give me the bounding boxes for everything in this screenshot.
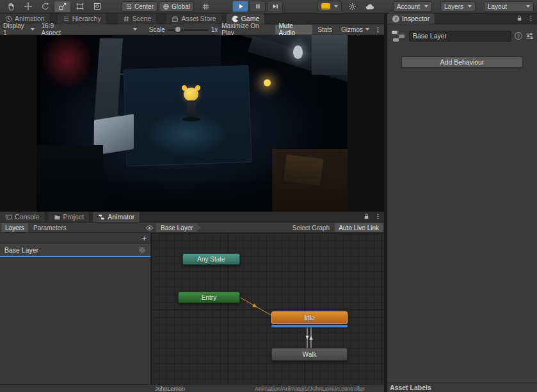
name-field[interactable] xyxy=(409,31,511,42)
pause-button[interactable] xyxy=(250,1,266,12)
state-machine-icon xyxy=(98,214,105,221)
game-view[interactable] xyxy=(0,35,384,212)
select-graph-button[interactable]: Select Graph xyxy=(289,223,333,232)
cloud-icon xyxy=(365,3,375,10)
display-dropdown[interactable]: Display 1 xyxy=(0,25,38,35)
layers-list-panel: + Base Layer xyxy=(0,233,151,384)
wooden-crate xyxy=(284,155,324,186)
aspect-dropdown[interactable]: 16:9 Aspect xyxy=(38,25,140,35)
pivot-toggle-button[interactable]: Center xyxy=(122,1,157,12)
character-head xyxy=(184,88,198,101)
animator-side-tabs: Layers Parameters xyxy=(1,223,70,232)
rect-icon xyxy=(76,2,84,11)
animator-state-machine-icon xyxy=(390,28,406,43)
visibility-toggle[interactable] xyxy=(143,223,155,232)
scene-grid-icon xyxy=(123,15,130,22)
kebab-menu-icon[interactable] xyxy=(527,15,534,22)
tab-animator[interactable]: Animator xyxy=(93,212,140,222)
clock-icon xyxy=(5,15,12,22)
tab-project[interactable]: Project xyxy=(49,212,90,222)
layers-label: Layers xyxy=(444,3,463,10)
auto-live-link-toggle[interactable]: Auto Live Link xyxy=(335,223,383,232)
transform-tools xyxy=(3,0,105,13)
node-any-state[interactable]: Any State xyxy=(182,253,240,265)
state-machine-graph[interactable]: Any State Entry Idle Walk xyxy=(151,233,384,384)
game-scale-slider[interactable] xyxy=(168,25,209,35)
transform-tool-button[interactable] xyxy=(89,1,105,12)
layer-row-base-layer[interactable]: Base Layer xyxy=(0,244,150,257)
breadcrumb-label: Base Layer xyxy=(161,224,193,231)
slider-track xyxy=(168,29,209,31)
chevron-down-icon xyxy=(133,28,137,31)
kebab-menu-icon[interactable] xyxy=(374,26,381,33)
step-button[interactable] xyxy=(267,1,283,12)
asset-labels-header[interactable]: Asset Labels xyxy=(387,382,537,392)
layout-dropdown[interactable]: Layout xyxy=(484,1,534,12)
scale-tool-button[interactable] xyxy=(54,1,70,12)
tab-scene[interactable]: Scene xyxy=(118,13,157,24)
layers-tab-button[interactable]: Layers xyxy=(1,223,28,232)
mute-audio-toggle[interactable]: Mute Audio xyxy=(275,25,313,35)
pivot-label: Center xyxy=(134,3,154,10)
game-toolbar-right: Maximize On Play Mute Audio Stats Gizmos xyxy=(218,25,384,35)
lock-icon[interactable] xyxy=(516,15,523,22)
add-behaviour-button[interactable]: Add Behaviour xyxy=(401,56,523,68)
tab-asset-store[interactable]: Asset Store xyxy=(166,13,221,24)
lock-icon[interactable] xyxy=(363,213,370,220)
layers-list-header: + xyxy=(0,233,150,244)
animator-panel: Console Project Animator Layers xyxy=(0,212,384,392)
game-pacman-icon xyxy=(232,15,239,22)
inspector-controls xyxy=(516,15,534,22)
collab-button[interactable] xyxy=(317,1,342,12)
toolbar-dropdowns: Account Layers Layout xyxy=(393,1,534,12)
grid-icon xyxy=(202,3,210,11)
gizmos-dropdown[interactable]: Gizmos xyxy=(337,25,373,35)
state-progress-bar xyxy=(271,325,348,327)
node-label: Entry xyxy=(202,294,216,301)
account-dropdown[interactable]: Account xyxy=(393,1,432,12)
collab-pending-icon xyxy=(321,3,330,10)
play-button[interactable] xyxy=(232,1,248,12)
activity-indicator-button[interactable] xyxy=(346,1,358,12)
move-tool-button[interactable] xyxy=(20,1,36,12)
transform-icon xyxy=(93,2,102,11)
mute-label: Mute Audio xyxy=(279,22,309,36)
animator-footer: JohnLemon Animation/Animators/JohnLemon.… xyxy=(0,384,384,392)
tab-label: Animator xyxy=(108,213,134,221)
game-view-toolbar: Display 1 16:9 Aspect Scale 1x Maximize … xyxy=(0,24,384,35)
gear-icon[interactable] xyxy=(138,246,146,254)
step-icon xyxy=(271,3,279,10)
account-label: Account xyxy=(397,3,420,10)
move-icon xyxy=(24,2,33,11)
node-idle[interactable]: Idle xyxy=(271,311,348,324)
presets-icon[interactable] xyxy=(525,32,534,40)
help-icon[interactable]: ? xyxy=(515,32,522,40)
breadcrumb[interactable]: Base Layer xyxy=(156,223,201,232)
maximize-on-play-toggle[interactable]: Maximize On Play xyxy=(218,25,273,35)
rect-tool-button[interactable] xyxy=(72,1,88,12)
node-entry[interactable]: Entry xyxy=(178,292,240,303)
node-walk[interactable]: Walk xyxy=(271,348,348,361)
hand-tool-button[interactable] xyxy=(3,1,19,12)
character-shadow xyxy=(182,117,200,122)
add-layer-button[interactable]: + xyxy=(141,233,147,244)
tab-label: Console xyxy=(15,213,40,221)
slider-knob[interactable] xyxy=(175,27,180,32)
auto-live-link-label: Auto Live Link xyxy=(339,224,379,231)
kebab-menu-icon[interactable] xyxy=(374,213,381,220)
cloud-services-button[interactable] xyxy=(364,1,376,12)
space-toggle-button[interactable]: Global xyxy=(159,1,194,12)
tab-console[interactable]: Console xyxy=(0,212,45,222)
tab-inspector[interactable]: i Inspector xyxy=(387,13,435,24)
tab-label: Game xyxy=(241,15,260,22)
layers-dropdown[interactable]: Layers xyxy=(440,1,476,12)
chevron-down-icon xyxy=(334,5,338,8)
stats-toggle[interactable]: Stats xyxy=(314,25,336,35)
globe-icon xyxy=(163,3,170,10)
hand-icon xyxy=(6,2,15,11)
parameters-tab-button[interactable]: Parameters xyxy=(29,223,70,232)
aspect-label: 16:9 Aspect xyxy=(41,22,71,36)
rotate-tool-button[interactable] xyxy=(37,1,53,12)
game-viewport-16x9 xyxy=(36,35,348,212)
grid-snap-button[interactable] xyxy=(198,1,212,12)
